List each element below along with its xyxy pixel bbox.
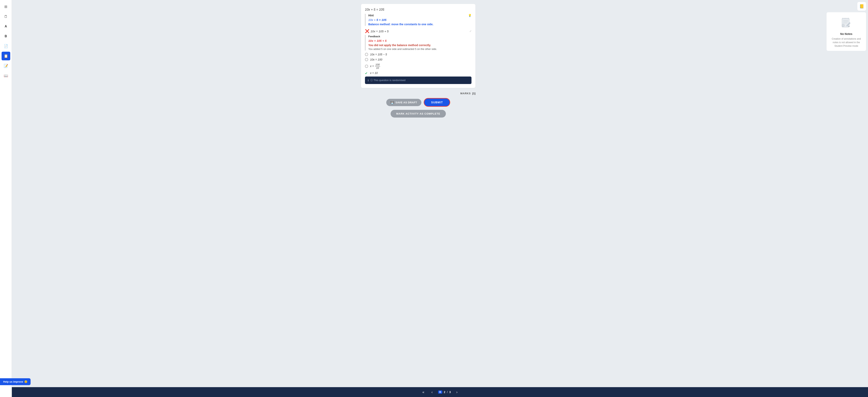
- sidebar-item-list[interactable]: 📝: [2, 62, 10, 70]
- nav-first-button[interactable]: «: [421, 389, 426, 395]
- right-panel: 📒: [825, 0, 868, 387]
- sidebar-item-grid[interactable]: ⊞: [2, 2, 10, 11]
- option-1-text: 10x = 105 − 5: [370, 53, 387, 56]
- randomised-bar: ℹ ⓘ This question is randomised: [365, 76, 471, 84]
- notes-icon-container: [839, 15, 853, 30]
- sidebar: ⊞ 🗒 A B 📄 📋 📝 📖: [0, 0, 12, 397]
- list-icon: 📝: [4, 64, 8, 68]
- sidebar-item-file[interactable]: 📄: [2, 42, 10, 51]
- save-draft-label: SAVE AS DRAFT: [396, 101, 417, 104]
- option-4: ✔ x = 10: [365, 71, 471, 74]
- option-1[interactable]: 10x = 105 − 5: [365, 53, 471, 56]
- sidebar-item-doc-b[interactable]: B: [2, 32, 10, 41]
- hint-equation-text: 10x + 5 = 105: [368, 18, 386, 22]
- bottom-nav: « ‹ B 2 / 3 ›: [12, 387, 868, 397]
- marks-row: MARKS [1]: [361, 92, 475, 95]
- feedback-main-text: You did not apply the balance method cor…: [368, 43, 471, 47]
- radio-3[interactable]: [365, 65, 368, 68]
- mark-complete-label: MARK ACTIVITY AS COMPLETE: [396, 112, 440, 115]
- text-a-icon: A: [5, 25, 7, 28]
- feedback-sub-text: You added 5 on one side and subtracted 5…: [368, 47, 471, 51]
- nav-next-button[interactable]: ›: [455, 389, 459, 395]
- file-icon: 📄: [4, 44, 8, 48]
- fraction-display: 10010: [375, 63, 380, 69]
- submit-button[interactable]: SUBMIT: [424, 98, 450, 107]
- radio-1[interactable]: [365, 53, 368, 56]
- activity-icon: 📋: [4, 54, 8, 58]
- grid-icon: ⊞: [4, 4, 7, 9]
- book-icon: 📖: [4, 73, 8, 78]
- lightbulb-icon: 💡: [468, 14, 471, 17]
- sidebar-item-activity[interactable]: 📋: [2, 52, 10, 60]
- randomised-text: ⓘ This question is randomised: [370, 78, 405, 82]
- answer-options: 10x = 105 − 5 10x = 100 x = 10010 ✔: [365, 53, 471, 74]
- feedback-box: Feedback 10x = 105 + 5 You did not apply…: [365, 35, 471, 51]
- fraction-numerator: 100: [375, 63, 380, 66]
- wrong-equation: 10x = 105 + 5: [370, 30, 389, 33]
- sidebar-item-page[interactable]: 🗒: [2, 12, 10, 21]
- notes-title: No Notes: [840, 32, 852, 35]
- option-3-text: x = 10010: [370, 63, 380, 69]
- question-card: 10x + 5 = 105 💡 Hint 10x + 5 = 105 Balan…: [361, 4, 475, 88]
- sidebar-item-text[interactable]: A: [2, 22, 10, 31]
- notes-illustration: [839, 15, 853, 29]
- option-4-text: x = 10: [370, 71, 378, 74]
- bottom-actions: MARKS [1] 💾 SAVE AS DRAFT SUBMIT MARK AC…: [361, 92, 475, 118]
- checkmark-icon: ✔: [365, 71, 368, 74]
- wrong-answer-row: ❌ 10x = 105 + 5 ⤢: [365, 29, 471, 33]
- action-buttons-row: 💾 SAVE AS DRAFT SUBMIT: [386, 98, 450, 107]
- marks-value: [1]: [472, 92, 475, 95]
- help-improve-button[interactable]: Help us improve 😊: [0, 378, 31, 385]
- radio-2[interactable]: [365, 58, 368, 61]
- smiley-icon: 😊: [24, 380, 27, 383]
- info-icon: ℹ: [368, 79, 369, 82]
- help-improve-label: Help us improve: [3, 380, 23, 383]
- main-area: 10x + 5 = 105 💡 Hint 10x + 5 = 105 Balan…: [12, 0, 868, 397]
- feedback-label: Feedback: [368, 35, 471, 38]
- fraction-denominator: 10: [376, 66, 379, 70]
- nav-prev-button[interactable]: ‹: [430, 389, 434, 395]
- nav-total: 3: [449, 391, 451, 394]
- expand-icon[interactable]: ⤢: [469, 30, 471, 33]
- nav-info: B 2 / 3: [438, 391, 451, 394]
- wrong-icon: ❌: [365, 29, 369, 33]
- option-2-text: 10x = 100: [370, 58, 382, 61]
- option-2[interactable]: 10x = 100: [365, 58, 471, 61]
- nav-separator: /: [447, 391, 447, 394]
- notes-description: Creation of annotations and notes is not…: [830, 37, 863, 48]
- notes-card: No Notes Creation of annotations and not…: [827, 12, 866, 51]
- nav-current: 2: [444, 391, 445, 394]
- hint-box: 💡 Hint 10x + 5 = 105 Balance method: mov…: [365, 14, 471, 26]
- option-3[interactable]: x = 10010: [365, 63, 471, 69]
- content-wrapper: 10x + 5 = 105 💡 Hint 10x + 5 = 105 Balan…: [12, 0, 868, 387]
- submit-label: SUBMIT: [431, 101, 443, 104]
- notebook-icon-button[interactable]: 📒: [857, 2, 866, 11]
- equation-top: 10x + 5 = 105: [365, 8, 471, 11]
- hint-text: Balance method: move the constants to on…: [368, 23, 471, 26]
- save-draft-button[interactable]: 💾 SAVE AS DRAFT: [386, 99, 422, 106]
- doc-b-icon: B: [5, 34, 7, 38]
- center-panel: 10x + 5 = 105 💡 Hint 10x + 5 = 105 Balan…: [12, 0, 825, 387]
- floppy-icon: 💾: [391, 101, 394, 104]
- nav-badge: B: [438, 391, 442, 394]
- hint-equation: 10x + 5 = 105: [368, 18, 471, 22]
- page-icon: 🗒: [4, 14, 8, 19]
- mark-complete-button[interactable]: MARK ACTIVITY AS COMPLETE: [391, 110, 446, 118]
- hint-label: Hint: [368, 14, 471, 17]
- marks-label: MARKS: [460, 92, 471, 95]
- sidebar-item-book[interactable]: 📖: [2, 71, 10, 80]
- feedback-equation: 10x = 105 + 5: [368, 39, 471, 42]
